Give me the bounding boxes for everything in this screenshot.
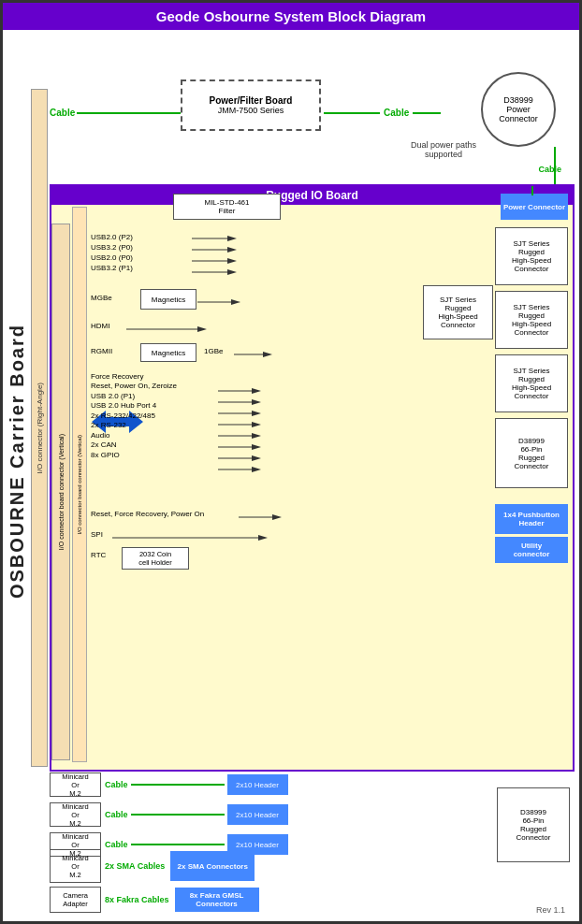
d38999-66-box: D38999 66-Pin Rugged Connector [495,418,568,488]
pushbutton-label: 1x4 Pushbutton Header [503,511,560,527]
fakra-left-box: Camera Adapter [50,887,101,913]
cable-row3-line [131,844,225,845]
cable-mid-label: Cable [384,108,409,118]
header1-box: 2x10 Header [227,774,288,795]
cable-row1-label: Cable [105,780,128,789]
hdmi-arrow [126,324,211,335]
lower-signals: Force Recovery Reset, Power On, Zeroize … [91,370,488,460]
mini-card-1-label: Minicard Or M.2 [62,772,88,798]
header2-label: 2x10 Header [236,811,279,819]
one-gbe-label: 1GBe [204,347,223,355]
carrier-label-text: I/O connector (Right-Angle) [36,383,44,473]
gpio: 8x GPIO [91,451,488,459]
cable-down-text: Cable [538,165,561,174]
main-area: I/O connector (Right-Angle) Cable Power/… [31,33,575,917]
reset-power: Reset, Power On, Zeroize [91,382,488,390]
cable-mid-container: Cable [324,108,441,118]
magnetics2-box: Magnetics [140,343,196,362]
sjt3-box: SJT Series Rugged High-Speed Connector [423,285,493,339]
hdmi-label: HDMI [91,322,109,330]
power-connector-label: Power Connector [503,203,565,211]
sjt1-box: SJT Series Rugged High-Speed Connector [495,227,568,285]
left-label-text: OSBOURNE Carrier Board [7,324,28,599]
cable-row1: Cable [105,780,227,789]
usb-arrows-svg [192,231,239,282]
can: 2x CAN [91,440,488,449]
fakra-row: Camera Adapter 8x Fakra Cables 8x Fakra … [50,886,264,914]
svg-marker-24 [252,433,261,439]
cable-down-label: Cable [538,164,561,174]
svg-marker-6 [227,258,237,264]
rgmii-label: RGMII [91,347,112,355]
sma-connector-box: 2x SMA Connectors [170,851,255,881]
svg-marker-12 [197,326,207,332]
title-bar: Geode Osbourne System Block Diagram [3,3,579,30]
power-line-in [531,186,533,195]
rugged-io-title: Rugged IO Board [51,186,573,205]
svg-marker-26 [252,444,261,450]
header1-label: 2x10 Header [236,781,279,789]
sjt4-box: SJT Series Rugged High-Speed Connector [495,354,568,412]
mini-card-row-2: Minicard Or M.2 Cable 2x10 Header [50,801,288,828]
outer-border: Geode Osbourne System Block Diagram OSBO… [0,0,582,924]
cable-mid-line2 [413,112,441,114]
d38999-circle: D38999 Power Connector [481,72,556,147]
sma-left-label: Minicard Or M.2 [62,854,88,879]
utility-box: Utility connector [495,537,568,563]
main-title: Geode Osbourne System Block Diagram [156,8,426,24]
coin-cell-label: 2032 Coin cell Holder [138,550,171,567]
rs232: 2x RS-232 [91,421,488,429]
mini-card-row-1: Minicard Or M.2 Cable 2x10 Header [50,772,288,798]
rev-label: Rev 1.1 [536,905,565,915]
sjt3-label: SJT Series Rugged High-Speed Connector [438,296,477,329]
mil-filter-box: MIL-STD-461 Filter [173,194,281,220]
reset-force-label: Reset, Force Recovery, Power On [91,510,204,518]
cable-row2-line [131,814,225,816]
io-connector-left: I/O connector board connector (Vertical) [51,224,70,760]
rs232-422: 2x RS-232/422/485 [91,411,488,420]
mgbe-arrow-svg [197,293,244,311]
cable-mid-line [324,112,380,114]
sjt2-box: SJT Series Rugged High-Speed Connector [495,291,568,349]
mgbe-label: MGBe [91,294,112,302]
spi-arrow [112,532,271,543]
rugged-io-board: Rugged IO Board I/O connector board conn… [50,184,575,772]
magnetics1-label: Magnetics [152,296,185,304]
magnetics1-box: Magnetics [140,289,196,310]
mini-card-2: Minicard Or M.2 [50,802,101,827]
d38999-66-box2: D38999 66-Pin Rugged Connector [497,787,570,862]
svg-marker-30 [252,467,261,472]
dual-power-text: Dual power paths supported [411,140,476,159]
svg-marker-10 [231,299,240,305]
sjt4-label: SJT Series Rugged High-Speed Connector [512,367,551,400]
usb-signals-area: USB2.0 (P2) USB3.2 (P0) USB2.0 (P0) USB3… [91,231,490,274]
usb-signal-3: USB2.0 (P0) [91,253,490,262]
pfb-box: Power/Filter Board JMM-7500 Series [181,79,321,131]
io-connector-left-text: I/O connector board connector (Vertical) [58,434,65,550]
svg-marker-18 [252,399,261,405]
fakra-cable-label: 8x Fakra Cables [105,895,169,904]
vert-connector: I/O connector board connector (Vertical) [72,207,87,762]
cable-row2-label: Cable [105,810,128,819]
gbe-arrow [234,349,276,360]
svg-marker-34 [258,535,268,541]
sjt2-label: SJT Series Rugged High-Speed Connector [512,303,551,337]
usb-signal-2: USB3.2 (P0) [91,243,490,252]
pushbutton-box: 1x4 Pushbutton Header [495,504,568,534]
cable-row1-line [131,784,225,786]
svg-marker-4 [227,247,237,253]
carrier-label: I/O connector (Right-Angle) [31,89,48,767]
svg-marker-14 [263,352,272,357]
sma-connector-label: 2x SMA Connectors [178,862,248,871]
svg-marker-22 [252,422,261,427]
lower-arrows [218,370,265,497]
cable-row2: Cable [105,810,227,819]
left-label-container: OSBOURNE Carrier Board [3,50,31,873]
mil-filter-label: MIL-STD-461 Filter [204,198,249,215]
pfb-sub: JMM-7500 Series [218,106,284,115]
sjt1-label: SJT Series Rugged High-Speed Connector [512,239,551,273]
svg-marker-20 [252,411,261,416]
fakra-connector-box: 8x Fakra GMSL Connectors [175,888,259,912]
svg-marker-2 [227,236,237,241]
usb-signal-1: USB2.0 (P2) [91,233,490,241]
